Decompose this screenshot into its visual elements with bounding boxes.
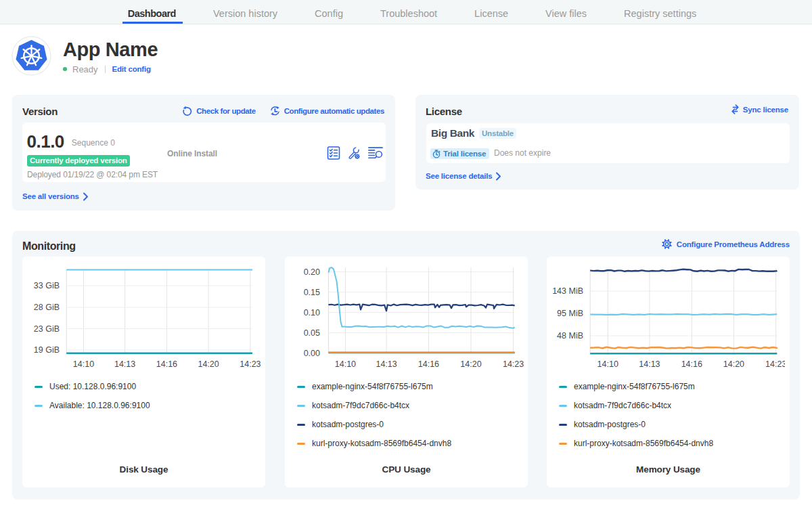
svg-text:14:16: 14:16 (156, 359, 177, 369)
svg-text:33 GiB: 33 GiB (34, 281, 60, 290)
svg-text:14:23: 14:23 (240, 359, 261, 369)
svg-text:14:23: 14:23 (503, 359, 524, 369)
svg-text:14:13: 14:13 (376, 359, 397, 369)
svg-text:143 MiB: 143 MiB (552, 286, 583, 296)
svg-text:0.15: 0.15 (304, 288, 320, 297)
svg-text:0.10: 0.10 (304, 308, 320, 317)
svg-text:14:20: 14:20 (198, 359, 219, 369)
svg-text:14:20: 14:20 (723, 359, 744, 369)
svg-text:14:10: 14:10 (597, 359, 618, 369)
svg-text:0.05: 0.05 (304, 328, 320, 338)
svg-text:14:23: 14:23 (765, 359, 785, 369)
svg-text:14:16: 14:16 (681, 359, 702, 369)
svg-text:48 MiB: 48 MiB (557, 331, 583, 341)
svg-text:23 GiB: 23 GiB (34, 324, 60, 334)
svg-text:28 GiB: 28 GiB (34, 303, 60, 312)
svg-text:14:20: 14:20 (460, 359, 481, 369)
svg-text:0.00: 0.00 (304, 349, 320, 358)
svg-text:95 MiB: 95 MiB (557, 309, 583, 318)
svg-text:14:10: 14:10 (335, 359, 356, 369)
svg-text:14:10: 14:10 (73, 359, 94, 369)
svg-text:0.20: 0.20 (304, 267, 320, 277)
svg-text:19 GiB: 19 GiB (34, 345, 60, 355)
svg-text:14:13: 14:13 (639, 359, 660, 369)
svg-text:14:16: 14:16 (418, 359, 439, 369)
svg-text:14:13: 14:13 (114, 359, 135, 369)
